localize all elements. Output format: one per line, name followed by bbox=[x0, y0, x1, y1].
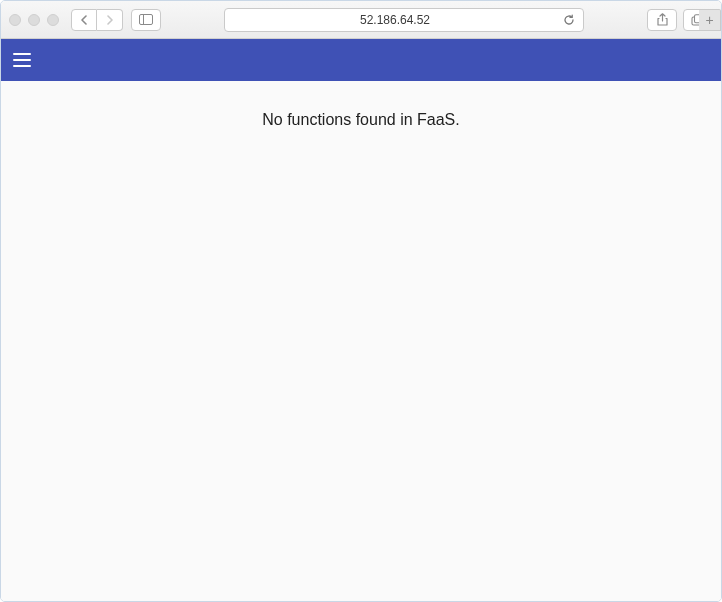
sidebar-icon bbox=[139, 14, 153, 25]
nav-buttons bbox=[71, 9, 123, 31]
reload-icon bbox=[563, 14, 575, 26]
share-button[interactable] bbox=[647, 9, 677, 31]
minimize-window-button[interactable] bbox=[28, 14, 40, 26]
traffic-lights bbox=[9, 14, 59, 26]
reload-button[interactable] bbox=[563, 14, 575, 26]
hamburger-icon bbox=[13, 53, 31, 55]
new-tab-button[interactable]: + bbox=[699, 9, 721, 31]
chevron-left-icon bbox=[80, 15, 88, 25]
forward-button[interactable] bbox=[97, 9, 123, 31]
menu-button[interactable] bbox=[13, 48, 37, 72]
chevron-right-icon bbox=[106, 15, 114, 25]
share-icon bbox=[657, 13, 668, 26]
browser-toolbar: 52.186.64.52 + bbox=[1, 1, 721, 39]
close-window-button[interactable] bbox=[9, 14, 21, 26]
svg-rect-0 bbox=[140, 15, 153, 25]
plus-icon: + bbox=[705, 12, 713, 28]
zoom-window-button[interactable] bbox=[47, 14, 59, 26]
main-content: No functions found in FaaS. bbox=[1, 81, 721, 601]
app-header bbox=[1, 39, 721, 81]
address-text: 52.186.64.52 bbox=[233, 13, 557, 27]
sidebar-toggle-button[interactable] bbox=[131, 9, 161, 31]
address-bar[interactable]: 52.186.64.52 bbox=[224, 8, 584, 32]
back-button[interactable] bbox=[71, 9, 97, 31]
empty-state-message: No functions found in FaaS. bbox=[262, 111, 459, 601]
address-bar-container: 52.186.64.52 bbox=[169, 8, 639, 32]
